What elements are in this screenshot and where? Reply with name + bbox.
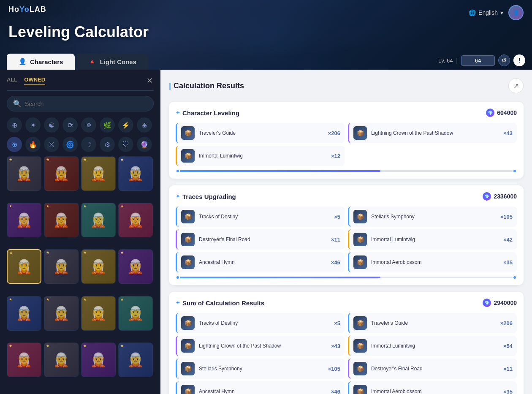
filter-balance[interactable]: ☯ xyxy=(44,117,59,133)
search-input[interactable] xyxy=(25,101,147,107)
character-card[interactable]: 🧝 ★ xyxy=(118,342,153,377)
item-icon: 📦 xyxy=(181,385,195,394)
items-left: 📦 Tracks of Destiny ×5 📦 Lightning Crown… xyxy=(176,313,345,394)
char-star: ★ xyxy=(9,204,12,208)
filter-void[interactable]: 🌀 xyxy=(62,137,78,152)
tab-bar: 👤 Characters 🔺 Light Cones Lv. 64 | ↺ ! xyxy=(0,54,532,70)
section-title: Sum of Calculation Results xyxy=(176,299,264,307)
level-bar: Lv. 64 | ↺ ! xyxy=(438,54,525,66)
level-input[interactable] xyxy=(461,55,495,66)
item-name: Traveler's Guide xyxy=(199,130,324,136)
character-card[interactable]: 🧝 ★ xyxy=(7,296,41,331)
filter-shield[interactable]: 🛡 xyxy=(118,137,133,152)
calc-section-traces_upgrading: Traces Upgrading 💎 2336000 📦 Tracks of D… xyxy=(169,185,524,285)
item-count: ×11 xyxy=(503,366,513,372)
character-card[interactable]: 🧝 ★ xyxy=(7,203,41,237)
filter-sword[interactable]: ⚔ xyxy=(44,137,59,152)
sidebar-tab-all[interactable]: ALL xyxy=(7,76,17,85)
calc-section-character_leveling: Character Leveling 💎 604000 📦 Traveler's… xyxy=(169,102,524,179)
character-card[interactable]: 🧝 ★ xyxy=(118,156,153,191)
char-portrait: 🧝 xyxy=(44,296,78,330)
items-right: 📦 Traveler's Guide ×206 📦 Immortal Lumin… xyxy=(348,313,517,394)
user-avatar[interactable]: 👤 xyxy=(508,5,524,20)
tab-characters[interactable]: 👤 Characters xyxy=(7,54,75,70)
filter-thunder[interactable]: ⚡ xyxy=(118,117,133,133)
character-card[interactable]: 🧝 ★ xyxy=(81,342,116,377)
characters-tab-icon: 👤 xyxy=(19,58,27,65)
progress-dot-left xyxy=(176,169,180,173)
section-cost: 💎 604000 xyxy=(486,109,517,117)
character-card[interactable]: 🧝 ★ xyxy=(81,156,116,191)
filter-moon[interactable]: ☽ xyxy=(81,137,96,152)
character-card[interactable]: 🧝 ★ xyxy=(44,249,79,284)
right-panel: Calculation Results ↗ Character Leveling… xyxy=(160,70,532,394)
progress-bar[interactable] xyxy=(176,277,517,278)
filter-all[interactable]: ⊕ xyxy=(7,117,22,133)
filter-harmony[interactable]: ✦ xyxy=(25,117,41,133)
filter-gear[interactable]: ⚙ xyxy=(100,137,115,152)
character-card[interactable]: 🧝 ★ xyxy=(118,249,153,284)
char-portrait: 🧝 xyxy=(119,296,152,330)
share-button[interactable]: ↗ xyxy=(508,78,524,93)
char-portrait: 🧝 xyxy=(7,203,41,237)
search-box: 🔍 xyxy=(7,96,154,111)
character-card[interactable]: 🧝 ★ xyxy=(44,156,79,191)
item-name: Tracks of Destiny xyxy=(199,214,330,220)
char-star: ★ xyxy=(120,158,124,162)
tab-light-cones[interactable]: 🔺 Light Cones xyxy=(76,54,148,70)
item-icon: 📦 xyxy=(353,233,367,246)
char-portrait: 🧝 xyxy=(44,203,78,237)
item-icon: 📦 xyxy=(181,233,195,246)
character-card[interactable]: 🧝 ★ xyxy=(44,203,79,237)
item-icon: 📦 xyxy=(181,210,195,223)
share-icon: ↗ xyxy=(513,82,519,90)
sidebar-tab-owned[interactable]: OWNED xyxy=(24,76,45,85)
close-icon: ✕ xyxy=(147,76,153,85)
progress-dot-left xyxy=(176,275,180,280)
section-header: Character Leveling 💎 604000 xyxy=(176,109,517,117)
character-card[interactable]: 🧝 ★ xyxy=(44,296,79,331)
filter-wind[interactable]: 🌿 xyxy=(100,117,115,133)
results-title: Calculation Results xyxy=(169,82,244,90)
item-name: Destroyer's Final Road xyxy=(371,366,499,372)
list-item: 📦 Ancestral Hymn ×46 xyxy=(176,252,345,272)
level-refresh-button[interactable]: ↺ xyxy=(498,54,510,66)
character-card[interactable]: 🧝 ★ xyxy=(7,342,41,377)
item-icon: 📦 xyxy=(353,210,367,223)
item-icon: 📦 xyxy=(181,126,195,140)
item-count: ×5 xyxy=(334,320,340,326)
character-card[interactable]: 🧝 ★ xyxy=(118,296,153,331)
character-card[interactable]: 🧝 ★ xyxy=(81,296,116,331)
light-cones-tab-label: Light Cones xyxy=(100,58,136,65)
calc-section-sum_results: Sum of Calculation Results 💎 2940000 📦 T… xyxy=(169,292,524,394)
alert-button[interactable]: ! xyxy=(513,54,525,66)
character-card[interactable]: 🧝 ★ xyxy=(81,249,116,284)
filter-magic[interactable]: 🔮 xyxy=(137,137,152,152)
item-count: ×42 xyxy=(503,236,513,243)
character-card[interactable]: 🧝 ★ xyxy=(7,156,41,191)
character-card[interactable]: 🧝 ★ xyxy=(7,249,41,284)
list-item: 📦 Lightning Crown of the Past Shadow ×43 xyxy=(176,336,345,356)
char-star: ★ xyxy=(46,158,49,162)
filter-ice[interactable]: ❄ xyxy=(81,117,96,133)
list-item: 📦 Immortal Aeroblossom ×35 xyxy=(348,381,517,394)
character-card[interactable]: 🧝 ★ xyxy=(118,203,153,237)
filter-active[interactable]: ⊕ xyxy=(7,137,22,152)
character-card[interactable]: 🧝 ★ xyxy=(44,342,79,377)
progress-bar[interactable] xyxy=(176,170,517,172)
main-content: ✕ ALL OWNED 🔍 ⊕ ✦ ☯ ⟳ ❄ 🌿 ⚡ ◈ ⊕ 🔥 ⚔ 🌀 ☽ xyxy=(0,70,532,394)
filter-hunt[interactable]: ⟳ xyxy=(62,117,78,133)
language-selector[interactable]: 🌐 English ▾ xyxy=(469,9,503,16)
filter-fire[interactable]: 🔥 xyxy=(25,137,41,152)
item-count: ×11 xyxy=(331,236,340,243)
sections-container: Character Leveling 💎 604000 📦 Traveler's… xyxy=(169,102,524,394)
filter-quantum[interactable]: ◈ xyxy=(137,117,152,133)
item-name: Immortal Lumintwig xyxy=(199,153,327,159)
character-card[interactable]: 🧝 ★ xyxy=(81,203,116,237)
item-icon: 📦 xyxy=(353,362,367,375)
char-star: ★ xyxy=(83,250,87,255)
list-item: 📦 Stellaris Symphony ×105 xyxy=(176,359,345,379)
sidebar-close-button[interactable]: ✕ xyxy=(144,75,155,87)
item-name: Immortal Aeroblossom xyxy=(371,389,499,394)
char-star: ★ xyxy=(9,344,12,348)
